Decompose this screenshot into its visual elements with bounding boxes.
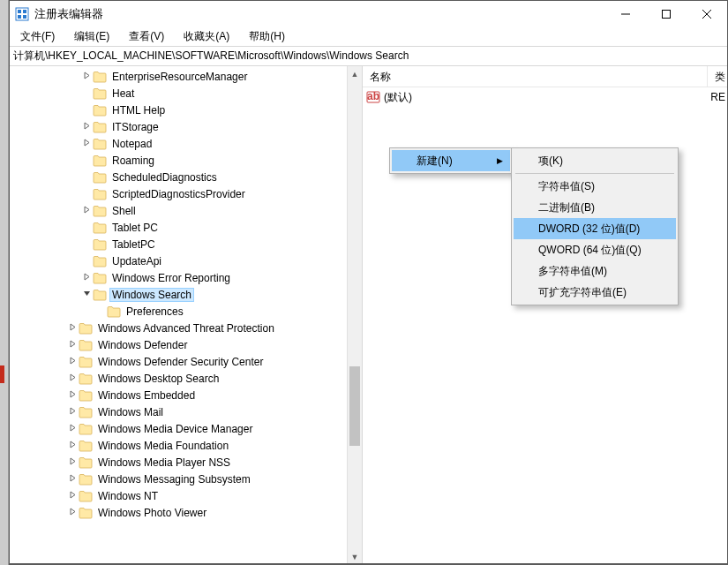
context-menu: 新建(N) ▶ <box>389 147 513 174</box>
context-menu-new[interactable]: 新建(N) ▶ <box>392 150 510 171</box>
expand-icon[interactable] <box>66 340 79 350</box>
scroll-thumb[interactable] <box>349 366 360 446</box>
tree-item[interactable]: Roaming <box>10 152 362 169</box>
tree-item[interactable]: UpdateApi <box>10 252 362 269</box>
expand-icon[interactable] <box>66 373 79 383</box>
background-accent <box>0 365 4 383</box>
expand-icon[interactable] <box>66 491 79 501</box>
tree-item[interactable]: Windows Mail <box>10 403 362 420</box>
tree-item[interactable]: Windows Media Foundation <box>10 437 362 454</box>
expand-icon[interactable] <box>80 206 93 215</box>
tree-item[interactable]: EnterpriseResourceManager <box>10 68 362 85</box>
tree-item[interactable]: Windows Defender Security Center <box>10 353 362 370</box>
submenu-key[interactable]: 项(K) <box>514 150 676 171</box>
menu-help[interactable]: 帮助(H) <box>244 27 290 46</box>
tree-item[interactable]: Windows Error Reporting <box>10 269 362 286</box>
submenu-binary-label: 二进制值(B) <box>538 200 595 215</box>
submenu-multistring[interactable]: 多字符串值(M) <box>514 260 676 282</box>
expand-icon[interactable] <box>66 441 79 450</box>
tree-item[interactable]: Windows Desktop Search <box>10 370 362 387</box>
tree-item[interactable]: Preferences <box>10 303 362 320</box>
title-bar[interactable]: 注册表编辑器 <box>10 1 727 27</box>
tree-item[interactable]: Windows Photo Viewer <box>10 504 362 521</box>
expand-icon[interactable] <box>80 139 93 148</box>
tree-item-label: Notepad <box>109 137 154 151</box>
tree-item[interactable]: Windows NT <box>10 487 362 504</box>
expand-icon[interactable] <box>80 72 93 81</box>
list-row-default[interactable]: ab (默认) <box>363 89 727 105</box>
close-button[interactable] <box>687 1 727 27</box>
tree-item[interactable]: Tablet PC <box>10 219 362 236</box>
menu-file[interactable]: 文件(F) <box>15 27 60 46</box>
tree-item[interactable]: TabletPC <box>10 236 362 252</box>
tree-item[interactable]: Windows Embedded <box>10 387 362 403</box>
submenu-key-label: 项(K) <box>538 154 563 169</box>
tree-item[interactable]: Windows Advanced Threat Protection <box>10 320 362 336</box>
folder-icon <box>93 222 107 234</box>
tree-item[interactable]: Windows Media Device Manager <box>10 420 362 437</box>
submenu-multistring-label: 多字符串值(M) <box>538 264 607 279</box>
submenu-qword[interactable]: QWORD (64 位)值(Q) <box>514 239 676 260</box>
expand-icon[interactable] <box>66 407 79 417</box>
tree-item[interactable]: ITStorage <box>10 118 362 135</box>
submenu-string[interactable]: 字符串值(S) <box>514 176 676 197</box>
folder-icon <box>93 238 107 251</box>
submenu-qword-label: QWORD (64 位)值(Q) <box>538 243 642 258</box>
minimize-button[interactable] <box>605 1 646 27</box>
tree-item[interactable]: Windows Search <box>10 286 362 303</box>
expand-icon[interactable] <box>66 357 79 366</box>
background-window-edge <box>0 0 9 565</box>
tree-item-label: UpdateApi <box>109 254 164 268</box>
scroll-down-button[interactable]: ▼ <box>348 549 362 564</box>
menu-bar: 文件(F) 编辑(E) 查看(V) 收藏夹(A) 帮助(H) <box>10 27 727 47</box>
tree-item[interactable]: Notepad <box>10 135 362 152</box>
folder-icon <box>93 154 107 167</box>
context-menu-new-label: 新建(N) <box>417 154 453 169</box>
maximize-button[interactable] <box>646 1 687 27</box>
column-name[interactable]: 名称 <box>363 66 708 87</box>
tree-item-label: Windows Media Device Manager <box>95 422 255 436</box>
menu-edit[interactable]: 编辑(E) <box>69 27 115 46</box>
folder-icon <box>79 356 93 368</box>
app-icon <box>15 7 29 21</box>
tree-scroll[interactable]: EnterpriseResourceManagerHeatHTML HelpIT… <box>10 66 362 564</box>
tree-item[interactable]: HTML Help <box>10 102 362 118</box>
tree-item[interactable]: Shell <box>10 202 362 219</box>
tree-item-label: Heat <box>109 87 137 101</box>
expand-icon[interactable] <box>66 390 79 400</box>
folder-icon <box>79 423 93 435</box>
tree-vertical-scrollbar[interactable]: ▲ ▼ <box>347 66 362 564</box>
expand-icon[interactable] <box>80 122 93 132</box>
registry-tree: EnterpriseResourceManagerHeatHTML HelpIT… <box>10 66 362 523</box>
menu-favorites[interactable]: 收藏夹(A) <box>178 27 235 46</box>
scroll-up-button[interactable]: ▲ <box>348 66 362 81</box>
folder-icon <box>79 339 93 351</box>
column-type[interactable]: 类 <box>708 66 727 87</box>
tree-item[interactable]: ScheduledDiagnostics <box>10 169 362 185</box>
address-bar[interactable]: 计算机\HKEY_LOCAL_MACHINE\SOFTWARE\Microsof… <box>10 47 727 66</box>
folder-icon <box>79 373 93 385</box>
list-body[interactable]: ab (默认) <box>363 87 727 107</box>
folder-icon <box>93 71 107 83</box>
tree-item[interactable]: Heat <box>10 85 362 102</box>
expand-icon[interactable] <box>66 323 79 333</box>
tree-item[interactable]: ScriptedDiagnosticsProvider <box>10 185 362 202</box>
tree-item[interactable]: Windows Media Player NSS <box>10 454 362 471</box>
tree-item-label: Windows Photo Viewer <box>95 506 209 520</box>
expand-icon[interactable] <box>80 273 93 282</box>
collapse-icon[interactable] <box>80 290 93 299</box>
expand-icon[interactable] <box>66 457 79 467</box>
submenu-dword[interactable]: DWORD (32 位)值(D) <box>514 218 676 239</box>
submenu-separator <box>515 173 674 174</box>
tree-item[interactable]: Windows Messaging Subsystem <box>10 471 362 487</box>
submenu-expandstring[interactable]: 可扩充字符串值(E) <box>514 282 676 303</box>
default-value-name: (默认) <box>384 90 412 105</box>
submenu-binary[interactable]: 二进制值(B) <box>514 197 676 218</box>
tree-item-label: TabletPC <box>109 237 158 252</box>
expand-icon[interactable] <box>66 508 79 517</box>
window-title: 注册表编辑器 <box>34 6 605 22</box>
expand-icon[interactable] <box>66 424 79 433</box>
menu-view[interactable]: 查看(V) <box>124 27 169 46</box>
expand-icon[interactable] <box>66 474 79 484</box>
tree-item[interactable]: Windows Defender <box>10 336 362 353</box>
